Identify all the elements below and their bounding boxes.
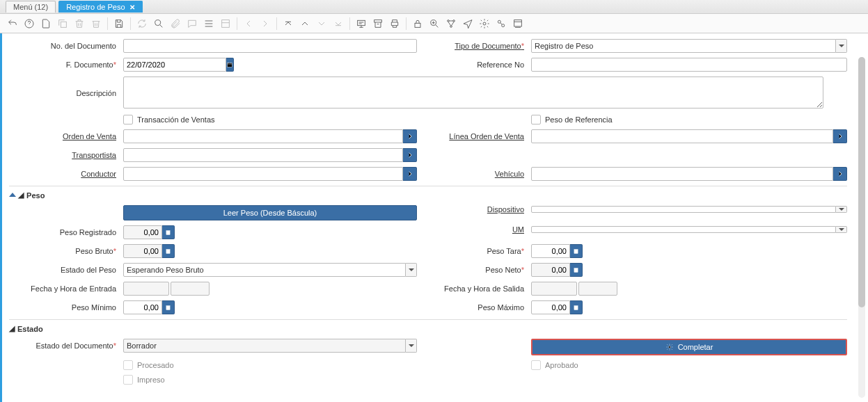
send-icon[interactable] [461,17,475,31]
label-tare-weight: Peso Tara [417,247,531,255]
label-carrier: Transportista [9,151,123,159]
label-registered-weight: Peso Registrado [9,228,123,236]
printed-checkbox: Impreso [123,375,165,385]
device-select[interactable] [531,206,847,213]
calc-icon[interactable] [570,263,583,277]
doc-date-input[interactable] [123,58,226,72]
calc-icon[interactable] [162,244,175,258]
chevron-down-icon [406,263,417,277]
checkbox-icon [531,360,541,370]
doc-status-value: Borrador [123,339,406,353]
caret-icon [9,193,16,197]
ref-weight-checkbox[interactable]: Peso de Referencia [531,115,613,124]
report-icon[interactable] [354,17,368,31]
label-gross-weight: Peso Bruto [9,247,123,255]
weight-status-value: Esperando Peso Bruto [123,263,406,277]
label-ref-no: Reference No [417,61,531,69]
label-doc-status: Estado del Documento [9,341,123,350]
scrollbar-vertical[interactable] [858,57,865,398]
svg-point-8 [448,19,450,22]
label-doc-no: No. del Documento [9,42,123,50]
workflow-icon[interactable] [444,17,458,31]
svg-rect-1 [61,22,66,27]
prev-icon[interactable] [242,17,255,31]
refresh-icon[interactable] [135,17,149,31]
down-icon[interactable] [315,17,329,31]
attachment-icon[interactable] [168,17,182,31]
doc-status-select[interactable]: Borrador [123,339,417,353]
gear-icon[interactable] [478,17,491,31]
lock-icon[interactable] [411,17,425,31]
calc-icon[interactable] [162,225,175,239]
svg-point-10 [450,25,452,27]
svg-rect-15 [228,63,232,67]
exit-date-input [531,282,577,296]
calc-icon[interactable] [570,244,583,258]
chat-icon[interactable] [185,17,199,31]
tab-registro-peso[interactable]: Registro de Peso ✕ [58,1,142,13]
chevron-down-icon [836,206,847,213]
sales-order-line-input[interactable] [531,129,833,143]
label-driver: Conductor [9,170,123,178]
new-icon[interactable] [39,17,53,31]
save-icon[interactable] [112,17,126,31]
doc-type-value: Registro de Peso [531,39,836,53]
layout-icon[interactable] [219,17,232,31]
doc-type-select[interactable]: Registro de Peso [531,39,847,53]
max-weight-input[interactable] [531,300,570,314]
label-sales-order-line: Línea Orden de Venta [417,132,531,140]
vehicle-input[interactable] [531,167,833,181]
calc-icon[interactable] [570,300,583,314]
complete-button[interactable]: Completar [531,339,847,355]
lookup-icon[interactable] [833,167,847,181]
sales-order-input[interactable] [123,129,403,143]
last-icon[interactable] [331,17,345,31]
up-icon[interactable] [298,17,312,31]
tab-menu[interactable]: Menú (12) [6,1,56,13]
lookup-icon[interactable] [403,129,417,143]
scrollbar-thumb[interactable] [858,57,865,307]
svg-rect-4 [358,20,365,25]
label-sales-order: Orden de Venta [9,132,123,140]
label-processed: Procesado [137,361,174,369]
help-icon[interactable] [22,17,36,31]
ref-no-input[interactable] [531,58,847,72]
first-icon[interactable] [281,17,295,31]
tare-weight-input[interactable] [531,244,570,258]
label-doc-type: Tipo de Documento [417,42,531,50]
process-icon[interactable] [494,17,508,31]
delete-icon[interactable] [72,17,86,31]
print-icon[interactable] [388,17,402,31]
lookup-icon[interactable] [403,148,417,162]
label-min-weight: Peso Mínimo [9,303,123,312]
label-um: UM [417,225,531,234]
sales-tx-checkbox[interactable]: Transacción de Ventas [123,115,215,124]
grid-icon[interactable] [202,17,216,31]
label-exit-datetime: Fecha y Hora de Salida [417,284,531,293]
section-estado-header[interactable]: ◢ Estado [9,324,847,333]
processed-checkbox: Procesado [123,360,174,370]
close-icon[interactable]: ✕ [129,3,135,11]
lookup-icon[interactable] [403,167,417,181]
section-peso-header[interactable]: ◢ Peso [9,191,847,200]
doc-no-input[interactable] [123,39,417,53]
label-device: Dispositivo [417,205,531,214]
undo-icon[interactable] [6,17,19,31]
lookup-icon[interactable] [833,129,847,143]
next-icon[interactable] [258,17,272,31]
copy-icon[interactable] [56,17,70,31]
um-select[interactable] [531,226,847,233]
description-textarea[interactable] [123,77,823,108]
driver-input[interactable] [123,167,403,181]
carrier-input[interactable] [123,148,403,162]
calc-icon[interactable] [162,300,175,314]
zoom-icon[interactable] [427,17,441,31]
delete2-icon[interactable] [89,17,103,31]
weight-status-select[interactable]: Esperando Peso Bruto [123,263,417,277]
calendar-icon[interactable] [226,58,234,72]
archive-icon[interactable] [371,17,385,31]
info-icon[interactable] [511,17,525,31]
search-icon[interactable] [152,17,166,31]
read-weight-button[interactable]: Leer Peso (Desde Báscula) [123,205,417,220]
min-weight-input[interactable] [123,300,162,314]
